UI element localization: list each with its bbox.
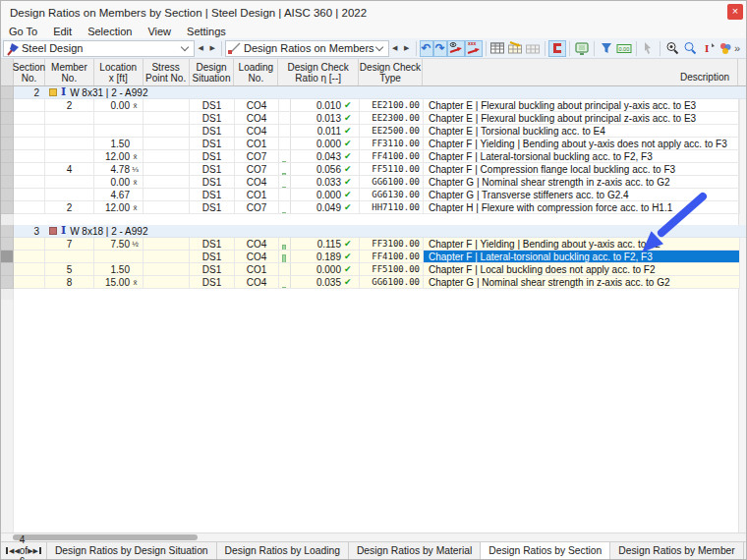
cell-section[interactable] (14, 112, 45, 125)
cell-design-check-ratio[interactable]: 0.000✔ (279, 189, 360, 201)
cell-check-type[interactable]: HH7110.00 (360, 201, 424, 214)
row-gutter[interactable] (1, 225, 14, 238)
cell-section[interactable] (14, 150, 45, 163)
cell-design-situation[interactable]: DS1 (190, 263, 235, 276)
row-gutter[interactable] (1, 189, 14, 201)
cell-check-type[interactable]: FF5100.00 (360, 263, 424, 276)
table-selector[interactable]: Design Ratios on Members (225, 40, 389, 57)
menu-item-view[interactable]: View (140, 26, 179, 37)
cell-stress-point[interactable] (144, 99, 190, 112)
table-row[interactable]: 51.50DS1CO10.000✔FF5100.00Chapter F | Lo… (1, 263, 746, 276)
cell-description[interactable]: Chapter F | Local buckling does not appl… (424, 263, 740, 276)
cell-location[interactable]: 4.67 (94, 189, 144, 201)
cell-design-situation[interactable]: DS1 (190, 150, 235, 163)
cell-stress-point[interactable] (144, 176, 190, 189)
row-gutter[interactable] (1, 125, 14, 138)
table-row[interactable]: DS1CO40.013✔EE2300.00Chapter E | Flexura… (1, 112, 746, 125)
cell-loading-no[interactable]: CO4 (235, 238, 279, 251)
cell-member-no[interactable]: 2 (45, 99, 94, 112)
cell-check-type[interactable]: GG6100.00 (360, 276, 424, 289)
horizontal-scrollbar-thumb[interactable] (13, 534, 198, 540)
cell-design-check-ratio[interactable]: 0.033✔ (279, 176, 360, 189)
section-view-button[interactable] (548, 40, 566, 57)
cell-design-situation[interactable]: DS1 (190, 238, 235, 251)
cell-member-no[interactable] (45, 176, 94, 189)
cell-description[interactable]: Chapter G | Transverse stiffeners acc. t… (424, 189, 740, 201)
cell-check-type[interactable]: EE2500.00 (360, 125, 424, 138)
cell-loading-no[interactable]: CO1 (235, 138, 279, 150)
cell-member-no[interactable]: 2 (45, 201, 94, 214)
cell-stress-point[interactable] (144, 251, 190, 263)
cell-stress-point[interactable] (144, 201, 190, 214)
cell-location[interactable]: 12.00x̄ (94, 150, 144, 163)
cell-design-situation[interactable]: DS1 (190, 251, 235, 263)
cell-check-type[interactable]: FF5110.00 (360, 163, 424, 176)
table-row[interactable]: 0.00x̄DS1CO40.033✔GG6100.00Chapter G | N… (1, 176, 746, 189)
close-button[interactable]: × (727, 4, 743, 20)
cell-loading-no[interactable]: CO4 (235, 276, 279, 289)
cell-location[interactable]: 15.00x̄ (94, 276, 144, 289)
cell-location[interactable] (94, 125, 144, 138)
legend-button[interactable] (717, 40, 734, 57)
table-view-button[interactable] (488, 40, 506, 57)
cell-loading-no[interactable]: CO7 (235, 201, 279, 214)
row-gutter[interactable] (1, 138, 14, 150)
horizontal-scrollbar[interactable] (1, 532, 746, 541)
group-header-row[interactable]: 3IW 8x18 | 2 - A992 (1, 225, 746, 238)
cell-design-situation[interactable]: DS1 (190, 201, 235, 214)
cell-section[interactable] (14, 176, 45, 189)
cell-stress-point[interactable] (144, 125, 190, 138)
cell-design-situation[interactable]: DS1 (190, 276, 235, 289)
cell-member-no[interactable]: 8 (45, 276, 94, 289)
cell-location[interactable]: 7.50½ (94, 238, 144, 251)
cell-check-type[interactable]: EE2100.00 (360, 99, 424, 112)
row-gutter[interactable] (1, 150, 14, 163)
cell-design-situation[interactable]: DS1 (190, 163, 235, 176)
cell-stress-point[interactable] (144, 263, 190, 276)
cell-member-no[interactable] (45, 125, 94, 138)
cell-description[interactable]: Chapter E | Flexural buckling about prin… (424, 99, 740, 112)
tab-design-ratios-by-member[interactable]: Design Ratios by Member (610, 542, 743, 559)
row-gutter[interactable] (1, 201, 14, 214)
zoom-button[interactable] (681, 40, 699, 57)
row-gutter[interactable] (1, 276, 14, 289)
row-gutter[interactable] (1, 176, 14, 189)
cell-design-check-ratio[interactable]: 0.043✔ (279, 150, 360, 163)
cell-location[interactable]: 0.00x̄ (94, 99, 144, 112)
cell-design-check-ratio[interactable]: 0.035✔ (279, 276, 360, 289)
cell-loading-no[interactable]: CO1 (235, 263, 279, 276)
cell-section[interactable] (14, 99, 45, 112)
row-gutter[interactable] (1, 163, 14, 176)
group-header-row[interactable]: 2IW 8x31 | 2 - A992 (1, 86, 746, 99)
row-gutter[interactable] (1, 251, 14, 263)
cell-loading-no[interactable]: CO4 (235, 176, 279, 189)
page-last-button[interactable]: ▶ (33, 547, 41, 555)
table-row[interactable]: 12.00x̄DS1CO70.043✔FF4100.00Chapter F | … (1, 150, 746, 163)
cell-design-check-ratio[interactable]: 0.011✔ (279, 125, 360, 138)
cell-description[interactable]: Chapter F | Compression flange local buc… (424, 163, 740, 176)
cell-check-type[interactable]: GG6130.00 (360, 189, 424, 201)
menu-item-settings[interactable]: Settings (179, 26, 234, 37)
cell-design-situation[interactable]: DS1 (190, 99, 235, 112)
table-row[interactable]: DS1CO40.189✔FF4100.00Chapter F | Lateral… (1, 251, 746, 263)
cell-description[interactable]: Chapter F | Lateral-torsional buckling a… (424, 150, 740, 163)
cell-stress-point[interactable] (144, 276, 190, 289)
cell-loading-no[interactable]: CO1 (235, 189, 279, 201)
cell-section[interactable] (14, 125, 45, 138)
table-row[interactable]: DS1CO40.011✔EE2500.00Chapter E | Torsion… (1, 125, 746, 138)
cell-section[interactable] (14, 163, 45, 176)
cell-loading-no[interactable]: CO7 (235, 163, 279, 176)
jump-back-button[interactable]: ↶ (420, 40, 433, 57)
cell-section[interactable] (14, 201, 45, 214)
cell-check-type[interactable]: FF4100.00 (360, 150, 424, 163)
cell-member-no[interactable] (45, 138, 94, 150)
cell-design-check-ratio[interactable]: 0.115✔ (279, 238, 360, 251)
cell-member-no[interactable] (45, 112, 94, 125)
table-row[interactable]: 4.67DS1CO10.000✔GG6130.00Chapter G | Tra… (1, 189, 746, 201)
cell-loading-no[interactable]: CO4 (235, 112, 279, 125)
preview-button[interactable] (573, 40, 591, 57)
cell-section[interactable] (14, 238, 45, 251)
cell-section[interactable] (14, 189, 45, 201)
cell-check-type[interactable]: EE2300.00 (360, 112, 424, 125)
tab-design-ratios-by-material[interactable]: Design Ratios by Material (349, 542, 481, 559)
